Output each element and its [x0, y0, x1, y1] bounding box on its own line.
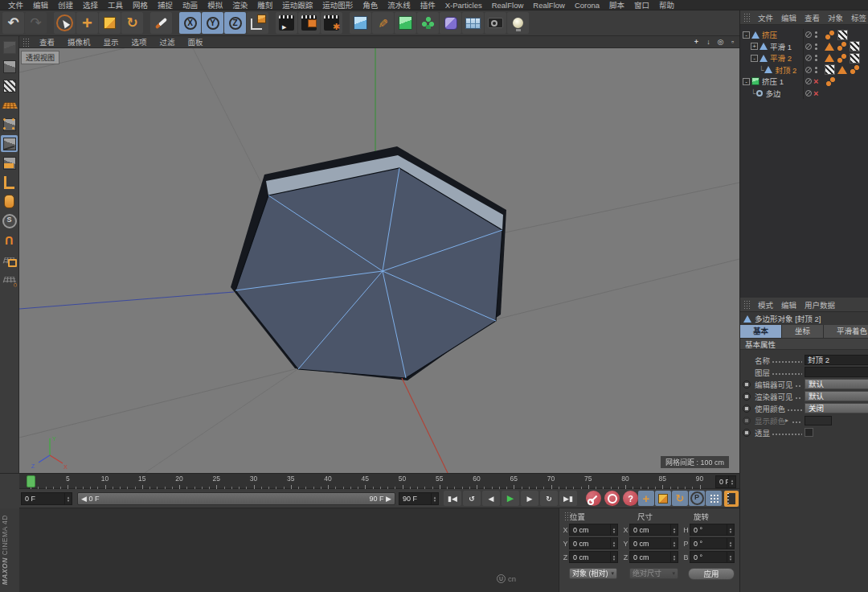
quantize-button[interactable]	[1, 232, 18, 249]
viewport[interactable]: Y X Z 查看摄像机显示选项过滤面板 + ↓ ◎ ▫ 透视视图 网格间距 : …	[19, 36, 739, 473]
object-row[interactable]: └多边×	[740, 88, 868, 100]
size-Z-input[interactable]: 0 cm▴▾	[629, 551, 678, 563]
tab-基本[interactable]: 基本	[740, 325, 782, 338]
key-pla-button[interactable]	[706, 491, 722, 506]
position-Z-input[interactable]: 0 cm▴▾	[569, 551, 618, 563]
menubar-item-18[interactable]: RealFlow	[528, 1, 570, 10]
next-frame-button[interactable]: ▶	[521, 491, 538, 506]
texture-tag-icon[interactable]	[850, 41, 860, 51]
workplane-mode-button[interactable]	[1, 97, 18, 113]
lock-workplane-button[interactable]	[1, 251, 18, 268]
pan-view-icon[interactable]: +	[692, 37, 701, 47]
spinner-arrows-icon[interactable]: ▴▾	[610, 552, 617, 562]
disabled-x-icon[interactable]: ×	[813, 89, 818, 97]
planar-workplane-button[interactable]	[1, 270, 18, 287]
menubar-item-11[interactable]: 运动跟踪	[277, 0, 317, 10]
animation-dot-icon[interactable]	[743, 393, 751, 401]
drag-grip[interactable]	[23, 38, 30, 47]
spinner-arrows-icon[interactable]: ▴▾	[431, 493, 438, 504]
menubar-item-17[interactable]: RealFlow	[487, 1, 529, 10]
spinner-arrows-icon[interactable]: ▴▾	[64, 493, 72, 504]
menubar-item-10[interactable]: 雕刻	[252, 0, 277, 10]
visibility-dots-icon[interactable]	[815, 55, 817, 57]
xray-checkbox[interactable]	[805, 428, 813, 437]
menubar-item-19[interactable]: Corona	[570, 1, 604, 10]
使用颜色-dropdown[interactable]: 关闭	[805, 403, 868, 413]
redo-button[interactable]	[25, 12, 47, 34]
rotation-B-input[interactable]: 0 °▴▾	[690, 551, 735, 563]
coordinate-system-button[interactable]	[247, 12, 268, 34]
rotate-tool-button[interactable]	[121, 12, 143, 34]
rotation-H-input[interactable]: 0 °▴▾	[690, 524, 735, 536]
tab-平滑着色[interactable]: 平滑着色	[824, 325, 868, 338]
record-keyframe-button[interactable]	[586, 491, 601, 506]
object-manager-menu-2[interactable]: 查看	[800, 12, 824, 23]
goto-start-button[interactable]: ▮◀	[444, 491, 461, 506]
y-axis-lock-button[interactable]: Y	[202, 12, 223, 34]
menubar-item-4[interactable]: 工具	[103, 0, 128, 10]
size-X-input[interactable]: 0 cm▴▾	[629, 524, 678, 536]
move-tool-button[interactable]	[76, 12, 98, 34]
snap-enable-button[interactable]	[1, 212, 18, 229]
drag-grip[interactable]	[743, 13, 751, 22]
live-selection-button[interactable]	[54, 12, 76, 34]
make-editable-button[interactable]	[1, 39, 18, 56]
size-Y-input[interactable]: 0 cm▴▾	[629, 537, 678, 549]
menubar-item-14[interactable]: 流水线	[383, 0, 416, 10]
spinner-arrows-icon[interactable]: ▴▾	[670, 552, 678, 562]
menubar-item-0[interactable]: 文件	[3, 0, 28, 10]
object-manager-menu-4[interactable]: 标签	[847, 12, 868, 23]
menubar-item-7[interactable]: 动画	[178, 0, 203, 10]
keyframe-selection-button[interactable]	[623, 491, 638, 506]
object-manager-menu-0[interactable]: 文件	[754, 12, 777, 23]
phong-tag-icon[interactable]	[825, 30, 835, 40]
object-name[interactable]: 平滑 2	[770, 52, 792, 64]
key-parameter-button[interactable]	[689, 491, 705, 506]
play-forward-button[interactable]: ▶	[502, 491, 519, 506]
object-row[interactable]: -平滑 2	[740, 52, 868, 64]
menubar-item-5[interactable]: 网格	[128, 0, 153, 10]
visibility-toggle-icon[interactable]	[805, 55, 812, 61]
drag-grip[interactable]	[743, 300, 751, 309]
generator-subdivision-button[interactable]	[395, 12, 416, 34]
environment-floor-button[interactable]	[462, 12, 484, 34]
visibility-toggle-icon[interactable]	[805, 67, 812, 73]
图层-input[interactable]	[805, 367, 868, 377]
position-Y-input[interactable]: 0 cm▴▾	[569, 537, 618, 549]
visibility-dots-icon[interactable]	[815, 43, 817, 46]
goto-previous-key-button[interactable]: ↺	[463, 491, 481, 506]
名称-input[interactable]: 封顶 2	[805, 355, 868, 365]
visibility-toggle-icon[interactable]	[805, 43, 812, 50]
viewport-menu-3[interactable]: 选项	[125, 36, 154, 47]
spinner-arrows-icon[interactable]: ▴▾	[727, 538, 734, 549]
menubar-item-16[interactable]: X-Particles	[440, 1, 487, 10]
attribute-menu-0[interactable]: 模式	[754, 299, 777, 310]
disabled-x-icon[interactable]: ×	[813, 77, 818, 85]
autokeying-button[interactable]	[604, 491, 620, 506]
viewport-menu-5[interactable]: 面板	[182, 36, 210, 47]
camera-button[interactable]	[485, 12, 506, 34]
attribute-menu-1[interactable]: 编辑	[777, 299, 800, 310]
spinner-arrows-icon[interactable]: ▴▾	[728, 476, 735, 487]
triangle-tag-icon[interactable]	[825, 43, 834, 51]
edge-mode-button[interactable]	[1, 135, 18, 152]
timeline-ruler[interactable]: 051015202530354045505560657075808590	[27, 474, 712, 490]
undo-button[interactable]	[2, 12, 24, 34]
object-row[interactable]: └封顶 2	[740, 64, 868, 76]
animation-dot-icon[interactable]	[743, 417, 751, 425]
texture-tag-icon[interactable]	[837, 30, 848, 40]
tree-expander-icon[interactable]: -	[751, 55, 758, 62]
viewport-name-badge[interactable]: 透视视图	[21, 51, 59, 64]
menubar-item-20[interactable]: 脚本	[604, 0, 629, 10]
texture-tag-icon[interactable]	[850, 53, 860, 64]
menubar-item-8[interactable]: 模拟	[203, 0, 227, 10]
object-name[interactable]: 多边	[765, 88, 780, 99]
size-mode-dropdown[interactable]: 绝对尺寸▾	[629, 568, 678, 579]
tab-坐标[interactable]: 坐标	[782, 325, 824, 338]
object-manager-menu-1[interactable]: 编辑	[777, 12, 800, 23]
animation-dot-icon[interactable]	[743, 380, 751, 388]
spinner-arrows-icon[interactable]: ▴▾	[670, 538, 678, 549]
display-color-swatch[interactable]	[805, 416, 832, 426]
viewport-menu-1[interactable]: 摄像机	[61, 36, 97, 47]
attribute-menu-2[interactable]: 用户数据	[800, 299, 839, 310]
